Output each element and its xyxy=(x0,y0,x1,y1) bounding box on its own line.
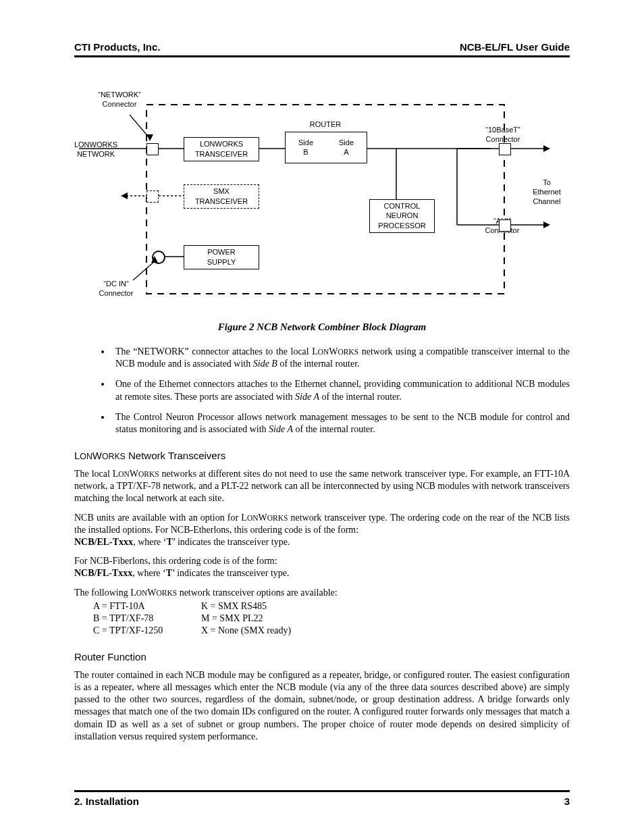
box-router: Side B Side A xyxy=(285,132,367,163)
header-left: CTI Products, Inc. xyxy=(74,41,161,54)
bullet-item: The Control Neuron Processor allows netw… xyxy=(111,411,570,436)
page-footer: 2. Installation 3 xyxy=(74,790,570,808)
box-smx-transceiver: SMX TRANSCEIVER xyxy=(184,184,259,209)
arrow-icon xyxy=(146,134,153,141)
arrow-icon xyxy=(543,145,550,152)
arrow-icon xyxy=(121,192,128,199)
label-side-b: Side B xyxy=(286,138,326,157)
options-row: C = TPT/XF-1250X = None (SMX ready) xyxy=(93,625,570,637)
paragraph: NCB units are available with an option f… xyxy=(74,512,570,536)
box-control-neuron: CONTROL NEURON PROCESSOR xyxy=(369,199,435,233)
connector-network-square xyxy=(146,143,159,155)
svg-line-13 xyxy=(133,261,155,280)
paragraph: The local LONWORKS networks at different… xyxy=(74,468,570,505)
bullet-item: One of the Ethernet connectors attaches … xyxy=(111,378,570,402)
label-10baset: “10BaseT” Connector xyxy=(476,125,530,145)
connector-aui-square xyxy=(499,219,511,232)
label-router: ROUTER xyxy=(295,120,356,129)
page-header: CTI Products, Inc. NCB-EL/FL User Guide xyxy=(74,41,570,57)
header-right: NCB-EL/FL User Guide xyxy=(460,41,570,54)
footer-left: 2. Installation xyxy=(74,795,139,808)
diagram-wires xyxy=(79,78,565,301)
paragraph: The router contained in each NCB module … xyxy=(74,669,570,743)
figure-caption: Figure 2 NCB Network Combiner Block Diag… xyxy=(74,321,570,334)
connector-smx-square xyxy=(146,190,159,203)
box-power-supply: POWER SUPPLY xyxy=(184,245,259,269)
box-lonworks-transceiver: LONWORKS TRANSCEIVER xyxy=(184,137,259,161)
section-heading-transceivers: LONWORKS Network Transceivers xyxy=(74,449,570,463)
label-to-ethernet: To Ethernet Channel xyxy=(523,178,570,207)
block-diagram: “NETWORK” Connector LONWORKS NETWORK “DC… xyxy=(79,78,565,301)
label-lonworks-network: LONWORKS NETWORK xyxy=(65,140,126,159)
options-row: A = FTT-10AK = SMX RS485 xyxy=(93,600,570,613)
bullet-item: The “NETWORK” connector attaches to the … xyxy=(111,346,570,370)
options-row: B = TPT/XF-78M = SMX PL22 xyxy=(93,613,570,625)
arrow-icon xyxy=(543,221,550,228)
connector-10baset-square xyxy=(499,143,511,155)
ordering-code-line: NCB/FL-Txxx, where ‘T’ indicates the tra… xyxy=(74,567,570,579)
paragraph: The following LONWORKS network transceiv… xyxy=(74,587,570,599)
section-heading-router: Router Function xyxy=(74,650,570,664)
label-side-a: Side A xyxy=(326,138,367,157)
label-dc-in: “DC IN” Connector xyxy=(86,279,146,298)
ordering-code-line: NCB/EL-Txxx, where ‘T’ indicates the tra… xyxy=(74,536,570,548)
footer-right: 3 xyxy=(564,795,570,808)
label-network-connector: “NETWORK” Connector xyxy=(79,90,160,109)
bullet-list: The “NETWORK” connector attaches to the … xyxy=(74,346,570,436)
paragraph: For NCB-Fiberlons, this ordering code is… xyxy=(74,555,570,567)
arrow-icon xyxy=(151,256,158,263)
